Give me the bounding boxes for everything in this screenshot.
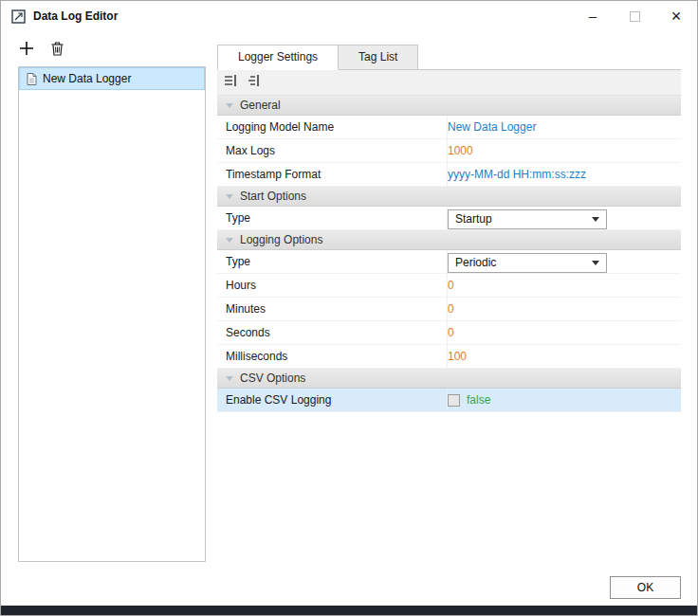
collapse-arrow-icon — [226, 376, 233, 381]
property-row-max-logs: Max Logs1000 — [217, 139, 681, 163]
property-label: Type — [217, 250, 448, 273]
property-row-minutes: Minutes0 — [217, 298, 681, 321]
section-header-general[interactable]: General — [217, 96, 681, 116]
tab-logger-settings[interactable]: Logger Settings — [217, 45, 339, 70]
section-title: Logging Options — [240, 233, 322, 246]
property-label: Type — [217, 207, 448, 229]
section-title: General — [240, 99, 281, 112]
window-title: Data Log Editor — [33, 9, 118, 23]
trash-icon — [50, 41, 64, 60]
collapse-arrow-icon — [226, 194, 233, 199]
tab-tag-list[interactable]: Tag List — [339, 45, 418, 70]
bottom-accent-bar — [1, 606, 697, 615]
close-icon: × — [671, 7, 682, 27]
type-dropdown[interactable]: Periodic — [448, 253, 607, 273]
chevron-down-icon — [592, 261, 599, 265]
dropdown-selected-value: Periodic — [455, 256, 496, 269]
section-header-logging-options[interactable]: Logging Options — [217, 230, 681, 250]
window-controls: – × — [572, 1, 697, 31]
categorized-view-icon — [224, 74, 238, 91]
logger-settings-panel: GeneralLogging Model NameNew Data Logger… — [217, 69, 681, 562]
value-text[interactable]: yyyy-MM-dd HH:mm:ss:zzz — [448, 168, 586, 181]
property-label: Enable CSV Logging — [217, 389, 448, 411]
add-logger-button[interactable] — [19, 41, 34, 60]
title-bar: Data Log Editor – × — [1, 1, 697, 31]
plus-icon — [19, 41, 34, 60]
app-icon — [11, 9, 26, 24]
categorize-view-button[interactable] — [224, 74, 238, 91]
property-label: Hours — [217, 274, 448, 297]
collapse-arrow-icon — [226, 238, 233, 243]
value-text[interactable]: 0 — [448, 279, 454, 292]
property-value: false — [448, 389, 681, 411]
data-log-editor-window: Data Log Editor – × — [0, 0, 698, 616]
property-value: New Data Logger — [448, 116, 681, 138]
alphabetical-view-button[interactable] — [247, 74, 261, 91]
value-text[interactable]: 1000 — [448, 144, 473, 157]
property-row-type: TypePeriodic — [217, 250, 681, 274]
value-text[interactable]: 100 — [448, 350, 467, 363]
property-value: yyyy-MM-dd HH:mm:ss:zzz — [448, 163, 681, 186]
property-label: Timestamp Format — [217, 163, 448, 186]
property-row-timestamp-format: Timestamp Formatyyyy-MM-dd HH:mm:ss:zzz — [217, 163, 681, 187]
property-row-logging-model-name: Logging Model NameNew Data Logger — [217, 116, 681, 139]
maximize-button[interactable] — [614, 1, 655, 31]
value-text[interactable]: 0 — [448, 326, 454, 339]
property-label: Max Logs — [217, 139, 448, 162]
property-row-hours: Hours0 — [217, 274, 681, 298]
alphabetical-view-icon — [247, 74, 261, 91]
section-header-start-options[interactable]: Start Options — [217, 187, 681, 207]
property-label: Minutes — [217, 298, 448, 320]
ok-button[interactable]: OK — [610, 576, 681, 599]
property-label: Seconds — [217, 321, 448, 344]
delete-logger-button[interactable] — [50, 41, 64, 60]
section-title: Start Options — [240, 190, 306, 203]
collapse-arrow-icon — [226, 103, 233, 108]
logger-list: New Data Logger — [18, 66, 206, 562]
property-value: 0 — [448, 321, 681, 344]
chevron-down-icon — [592, 217, 599, 222]
minimize-button[interactable]: – — [572, 1, 614, 31]
maximize-icon — [630, 11, 640, 22]
property-value: Periodic — [448, 250, 681, 273]
section-title: CSV Options — [240, 371, 305, 385]
property-value: 0 — [448, 274, 681, 297]
value-text[interactable]: 0 — [448, 302, 454, 316]
dropdown-selected-value: Startup — [455, 212, 492, 226]
value-text[interactable]: New Data Logger — [448, 120, 536, 134]
property-grid: GeneralLogging Model NameNew Data Logger… — [217, 96, 681, 412]
property-grid-toolbar — [217, 70, 681, 96]
property-row-seconds: Seconds0 — [217, 321, 681, 345]
property-row-enable-csv-logging: Enable CSV Loggingfalse — [217, 389, 681, 412]
property-row-milliseconds: Milliseconds100 — [217, 345, 681, 369]
property-label: Milliseconds — [217, 345, 448, 368]
property-row-type: TypeStartup — [217, 207, 681, 230]
close-button[interactable]: × — [655, 1, 697, 31]
checkbox-value-text: false — [467, 393, 490, 407]
property-value: 0 — [448, 298, 681, 320]
property-value: Startup — [448, 207, 681, 229]
type-dropdown[interactable]: Startup — [448, 209, 607, 229]
property-label: Logging Model Name — [217, 116, 448, 138]
enable-csv-logging-checkbox[interactable] — [448, 394, 460, 407]
property-value: 1000 — [448, 139, 681, 162]
document-icon — [27, 73, 37, 85]
list-item-new-data-logger[interactable]: New Data Logger — [19, 67, 205, 90]
section-header-csv-options[interactable]: CSV Options — [217, 369, 681, 389]
list-item-label: New Data Logger — [43, 72, 131, 85]
property-value: 100 — [448, 345, 681, 368]
minimize-icon: – — [589, 11, 597, 21]
logger-list-toolbar — [19, 39, 64, 62]
tab-bar: Logger SettingsTag List — [217, 45, 418, 70]
